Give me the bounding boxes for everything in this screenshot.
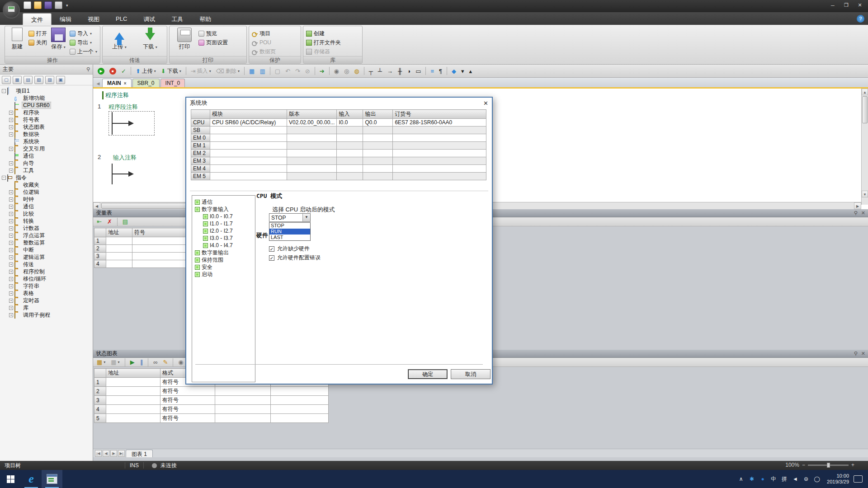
zoom-control[interactable]: 100% − + (785, 462, 854, 468)
close-panel-icon[interactable]: ✕ (861, 210, 865, 216)
symbol-cell[interactable] (132, 237, 190, 245)
config-tree-item[interactable]: I3.0 - I3.7 (192, 235, 255, 242)
module-cell[interactable] (393, 165, 486, 173)
expand-icon[interactable]: + (9, 263, 13, 267)
ime-mode-icon[interactable]: 中 (768, 475, 779, 483)
cpu-mode-option-run[interactable]: RUN (269, 229, 310, 235)
project-tree-view-icon[interactable]: ▢ (2, 76, 11, 84)
tree-item[interactable]: −项目1 (0, 87, 93, 94)
table-row[interactable]: 4有符号 (94, 405, 329, 414)
module-cell[interactable] (363, 157, 393, 165)
module-cell[interactable] (363, 173, 393, 180)
first-chart-icon[interactable]: |◀ (95, 450, 102, 457)
taskbar-app-button[interactable] (42, 470, 62, 488)
module-cell[interactable] (210, 134, 287, 142)
address-cell[interactable] (106, 245, 132, 253)
tree-item[interactable]: +表格 (0, 290, 93, 297)
config-tree-item[interactable]: I4.0 - I4.7 (192, 242, 255, 249)
menu-tab-文件[interactable]: 文件 (23, 13, 52, 25)
module-cell[interactable] (210, 173, 287, 180)
tree-item[interactable]: 通信 (0, 152, 93, 160)
expand-icon[interactable]: + (9, 291, 13, 296)
module-table-row[interactable]: EM 3 (191, 157, 486, 165)
read-button[interactable]: ∞ (151, 357, 159, 367)
hardware-checkbox[interactable]: ✓允许硬件配置错误 (269, 254, 321, 262)
bluetooth-icon[interactable]: ✱ (746, 476, 757, 482)
format-cell[interactable]: 有符号 (160, 414, 215, 423)
coil-button[interactable]: ◑ (405, 66, 412, 76)
tree-item[interactable]: +浮点运算 (0, 232, 93, 239)
paste-button[interactable]: ▤ (121, 217, 130, 227)
network-comment[interactable]: 程序段注释 (108, 103, 138, 111)
menu-tab-调试[interactable]: 调试 (135, 13, 163, 25)
value-cell[interactable] (215, 387, 271, 396)
last-chart-icon[interactable]: ▶| (118, 450, 125, 457)
next-chart-icon[interactable]: ▶ (110, 450, 117, 457)
contact-button[interactable]: ╫ (396, 66, 404, 76)
value-cell[interactable] (271, 405, 329, 414)
tree-item[interactable]: +字符串 (0, 282, 93, 290)
insert-chart-button[interactable]: ▦▾ (95, 357, 107, 367)
tree-item[interactable]: +中断 (0, 246, 93, 253)
module-cell[interactable] (210, 165, 287, 173)
address-cell[interactable] (106, 396, 160, 405)
print-icon[interactable] (55, 1, 62, 9)
collapse-icon[interactable]: − (2, 89, 6, 93)
module-cell[interactable] (363, 134, 393, 142)
variable-table[interactable]: 地址符号1234 (94, 228, 190, 268)
unforce-button[interactable]: ◎ (342, 66, 351, 76)
config-tree-item[interactable]: 数字量输出 (192, 249, 255, 256)
module-cell[interactable] (210, 142, 287, 150)
insert-button[interactable]: ⇥插入▾ (189, 66, 213, 76)
module-cell[interactable]: Q0.0 (363, 119, 393, 127)
expand-icon[interactable]: + (9, 197, 13, 202)
library-create-button[interactable]: 创建 (306, 29, 341, 38)
format-cell[interactable]: 有符号 (160, 387, 215, 396)
tree-item[interactable]: +程序块 (0, 109, 93, 116)
address-toggle-button[interactable]: ≡ (429, 66, 436, 76)
pin-icon[interactable]: ⚲ (854, 210, 858, 216)
tree-item[interactable]: +数据块 (0, 131, 93, 138)
zoom-in-icon[interactable]: + (851, 462, 854, 468)
expand-icon[interactable]: + (9, 161, 13, 165)
tree-item[interactable]: +时钟 (0, 196, 93, 203)
module-cell[interactable] (363, 127, 393, 134)
tree-item[interactable]: +调用子例程 (0, 311, 93, 319)
module-cell[interactable] (393, 127, 486, 134)
tree-item[interactable]: −指令 (0, 174, 93, 181)
library-open-folder-button[interactable]: 打开文件夹 (306, 38, 341, 47)
expand-icon[interactable]: + (9, 270, 13, 274)
tree-item[interactable]: +程序控制 (0, 268, 93, 275)
tree-item[interactable]: +计数器 (0, 225, 93, 232)
config-tree-item[interactable]: I2.0 - I2.7 (192, 227, 255, 235)
protect-pou-button[interactable]: POU (252, 38, 276, 47)
comm-view-icon[interactable]: ▣ (56, 76, 65, 84)
comment-toggle-button[interactable]: ¶ (437, 66, 444, 76)
redo-button[interactable]: ↷ (293, 66, 302, 76)
new-file-icon[interactable] (24, 1, 31, 9)
prev-chart-icon[interactable]: ◀ (103, 450, 109, 457)
taskbar-clock[interactable]: 10:00 2019/3/29 (827, 473, 849, 485)
tree-item[interactable]: +状态图表 (0, 123, 93, 131)
zoom-out-icon[interactable]: − (802, 462, 805, 468)
write-button[interactable]: ✎ (161, 357, 170, 367)
value-cell[interactable] (215, 405, 271, 414)
module-table-row[interactable]: SB (191, 127, 486, 134)
module-cell[interactable] (287, 127, 337, 134)
maximize-button[interactable]: ❐ (840, 1, 853, 9)
menu-tab-帮助[interactable]: 帮助 (191, 13, 219, 25)
expand-icon[interactable]: + (9, 132, 13, 136)
network-comment[interactable]: 输入注释 (113, 154, 137, 162)
expand-icon[interactable]: + (9, 255, 13, 259)
value-cell[interactable] (215, 414, 271, 423)
value-cell[interactable] (271, 387, 329, 396)
protect-project-button[interactable]: 项目 (252, 29, 276, 38)
module-cell[interactable] (337, 173, 363, 180)
line-down-button[interactable]: ┬ (367, 66, 375, 76)
cpu-mode-option-stop[interactable]: STOP (269, 223, 310, 229)
pin-icon[interactable]: ⚲ (854, 351, 858, 357)
print-button[interactable]: 打印 (172, 28, 197, 56)
expand-icon[interactable]: + (9, 111, 13, 115)
config-tree-item[interactable]: 安全 (192, 263, 255, 271)
delete-row-button[interactable]: ✗ (105, 217, 114, 227)
